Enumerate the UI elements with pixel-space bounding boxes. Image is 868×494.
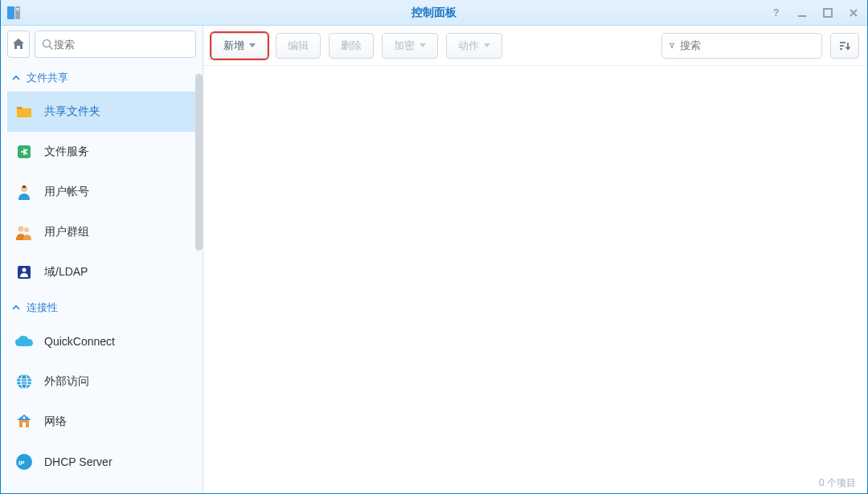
svg-text:?: ?: [773, 7, 779, 18]
dhcp-icon: IP: [14, 451, 35, 472]
sidebar-item-label: 文件服务: [44, 145, 89, 159]
sidebar-item-external-access[interactable]: 外部访问: [7, 361, 196, 402]
svg-rect-3: [16, 10, 19, 10]
sort-icon: [838, 40, 851, 51]
sidebar-item-network[interactable]: 网络: [7, 402, 196, 442]
app-icon: [6, 5, 22, 21]
svg-rect-5: [798, 15, 806, 17]
sidebar-item-label: DHCP Server: [44, 455, 113, 468]
svg-rect-2: [16, 8, 19, 9]
status-bar: 0 个项目: [819, 476, 856, 490]
chevron-down-icon: [249, 43, 256, 47]
button-label: 加密: [394, 39, 415, 53]
file-services-icon: [14, 141, 35, 162]
action-button[interactable]: 动作: [446, 33, 502, 59]
home-button[interactable]: [7, 31, 30, 58]
search-icon: [42, 39, 54, 51]
svg-rect-21: [23, 423, 26, 427]
create-button[interactable]: 新增: [211, 33, 268, 59]
button-label: 动作: [458, 39, 479, 53]
svg-point-7: [43, 39, 51, 47]
minimize-icon[interactable]: [793, 4, 811, 22]
sidebar-item-label: 用户群组: [44, 225, 89, 239]
close-icon[interactable]: [845, 4, 862, 22]
network-icon: [14, 411, 35, 432]
titlebar: 控制面板 ?: [1, 0, 867, 26]
sidebar-item-user[interactable]: 用户帐号: [7, 172, 196, 212]
sidebar-item-label: 外部访问: [44, 374, 89, 389]
button-label: 删除: [341, 39, 362, 53]
help-icon[interactable]: ?: [768, 4, 785, 22]
svg-point-16: [23, 268, 27, 272]
filter-icon: [669, 40, 675, 51]
user-icon: [14, 182, 35, 202]
window-title: 控制面板: [1, 6, 867, 20]
sidebar-item-label: 域/LDAP: [44, 265, 88, 280]
sidebar-search[interactable]: [35, 31, 196, 58]
section-label: 文件共享: [27, 71, 68, 85]
svg-point-14: [24, 227, 29, 232]
sidebar-search-input[interactable]: [54, 39, 189, 51]
sidebar-item-file-services[interactable]: 文件服务: [7, 132, 196, 172]
main-panel: 新增 编辑 删除 加密 动作: [203, 26, 867, 493]
svg-rect-9: [17, 107, 22, 109]
folder-icon: [14, 101, 35, 122]
toolbar: 新增 编辑 删除 加密 动作: [203, 26, 867, 66]
section-fileshare[interactable]: 文件共享: [7, 63, 196, 92]
sidebar-item-label: 共享文件夹: [44, 104, 100, 119]
content: 文件共享 共享文件夹 文件服务 用户帐号 用户群组 域/LDAP 连接性: [1, 26, 867, 493]
svg-line-8: [50, 46, 53, 49]
cloud-icon: [14, 331, 35, 352]
svg-point-22: [23, 417, 26, 419]
main-search[interactable]: [661, 33, 822, 59]
sidebar-item-group[interactable]: 用户群组: [7, 212, 196, 252]
globe-icon: [14, 371, 35, 392]
main-search-input[interactable]: [680, 39, 815, 51]
chevron-down-icon: [484, 43, 490, 47]
domain-icon: [14, 262, 35, 283]
encrypt-button[interactable]: 加密: [382, 33, 438, 59]
sort-button[interactable]: [830, 33, 859, 59]
svg-rect-0: [7, 6, 14, 19]
group-icon: [14, 222, 35, 243]
chevron-up-icon: [12, 304, 20, 312]
sidebar-item-label: 网络: [44, 414, 67, 429]
svg-text:IP: IP: [18, 459, 25, 467]
button-label: 新增: [223, 39, 244, 53]
chevron-up-icon: [12, 74, 20, 82]
section-connectivity[interactable]: 连接性: [7, 292, 196, 321]
sidebar-item-label: QuickConnect: [44, 335, 115, 348]
sidebar-item-label: 用户帐号: [44, 185, 89, 199]
sidebar-item-dhcp[interactable]: IP DHCP Server: [7, 442, 196, 482]
maximize-icon[interactable]: [819, 4, 837, 22]
edit-button[interactable]: 编辑: [276, 33, 321, 59]
sidebar-item-domain[interactable]: 域/LDAP: [7, 252, 196, 292]
delete-button[interactable]: 删除: [329, 33, 374, 59]
sidebar-scrollbar[interactable]: [195, 74, 203, 251]
sidebar: 文件共享 共享文件夹 文件服务 用户帐号 用户群组 域/LDAP 连接性: [1, 26, 203, 493]
chevron-down-icon: [420, 43, 426, 47]
button-label: 编辑: [288, 39, 309, 53]
sidebar-item-quickconnect[interactable]: QuickConnect: [7, 321, 196, 361]
sidebar-item-shared-folder[interactable]: 共享文件夹: [7, 92, 196, 132]
home-icon: [11, 37, 26, 51]
section-label: 连接性: [27, 300, 58, 315]
svg-rect-12: [23, 186, 26, 188]
svg-point-13: [18, 227, 24, 232]
svg-rect-6: [824, 9, 832, 17]
